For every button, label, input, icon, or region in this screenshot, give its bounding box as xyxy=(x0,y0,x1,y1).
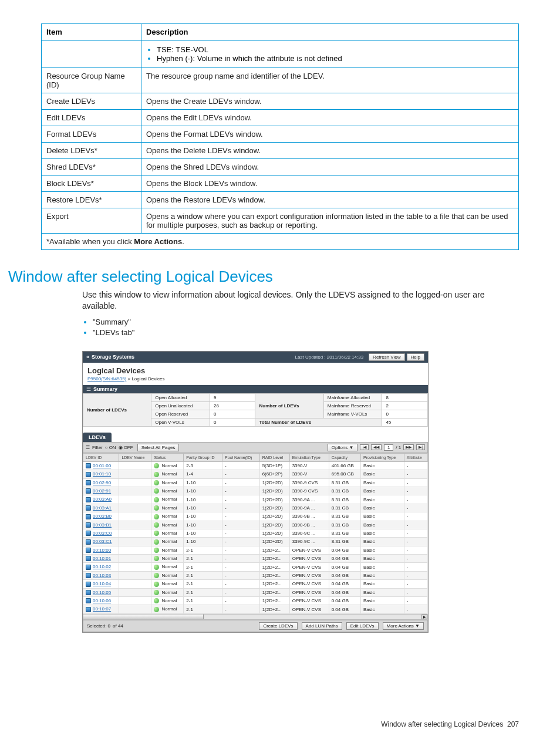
ldev-id-link[interactable]: 00:03:A1 xyxy=(93,505,112,511)
chevron-left-icon[interactable]: « xyxy=(86,354,89,360)
table-row[interactable]: 00:10:04Normal2-1-1(2D+2...OPEN-V CVS0.0… xyxy=(83,580,428,588)
more-actions-button[interactable]: More Actions ▼ xyxy=(383,622,424,630)
table-row[interactable]: 00:10:05Normal2-1-1(2D+2...OPEN-V CVS0.0… xyxy=(83,588,428,596)
table-row[interactable]: 00:01:10Normal1-4-6(6D+2P)3390-V695.08 G… xyxy=(83,470,428,478)
ldev-id-link[interactable]: 00:02:90 xyxy=(93,480,111,485)
ldev-id-link[interactable]: 00:10:03 xyxy=(93,573,111,578)
help-button[interactable]: Help xyxy=(407,353,424,361)
list-item[interactable]: "LDEVs tab" xyxy=(93,328,519,337)
table-row[interactable]: 00:02:90Normal1-10-1(2D+2D)3390-9 CVS8.3… xyxy=(83,478,428,487)
table-row[interactable]: 00:10:02Normal2-1-1(2D+2...OPEN-V CVS0.0… xyxy=(83,563,428,571)
ldev-id-link[interactable]: 00:02:91 xyxy=(93,488,111,494)
ldev-id-link[interactable]: 00:10:07 xyxy=(93,606,111,612)
table-row[interactable]: 00:10:07Normal2-1-1(2D+2...OPEN-V CVS0.0… xyxy=(83,605,428,613)
table-row[interactable]: 00:03:B0Normal1-10-1(2D+2D)3390-9B ...8.… xyxy=(83,512,428,521)
scroll-right-icon[interactable]: ▶ xyxy=(421,615,427,619)
ldev-icon xyxy=(86,531,91,536)
ldev-id-link[interactable]: 00:03:C0 xyxy=(93,531,112,536)
list-item[interactable]: "Summary" xyxy=(93,318,519,326)
ldev-icon xyxy=(86,463,91,468)
ldev-icon xyxy=(86,514,91,519)
column-header[interactable]: Capacity xyxy=(329,453,360,461)
collapse-icon[interactable]: ☰ xyxy=(86,386,91,392)
table-cell-item: Resource Group Name (ID) xyxy=(42,68,141,93)
table-row[interactable]: 00:10:01Normal2-1-1(2D+2...OPEN-V CVS0.0… xyxy=(83,555,428,563)
table-cell-item: Block LDEVs* xyxy=(42,175,141,192)
ldev-id-link[interactable]: 00:10:00 xyxy=(93,548,111,553)
ldev-id-link[interactable]: 00:03:A0 xyxy=(93,497,112,502)
filter-off-radio[interactable]: ◉OFF xyxy=(119,445,133,450)
column-header[interactable]: Parity Group ID xyxy=(184,453,222,461)
page-next-button[interactable]: ▶▶ xyxy=(403,444,414,450)
table-row[interactable]: 00:03:C0Normal1-10-1(2D+2D)3390-9C ...8.… xyxy=(83,529,428,537)
status-normal-icon xyxy=(154,488,159,494)
column-header[interactable]: LDEV ID xyxy=(83,453,119,461)
select-all-button[interactable]: Select All Pages xyxy=(137,444,180,451)
table-row[interactable]: 00:01:00Normal2-3-5(3D+1P)3390-V401.66 G… xyxy=(83,461,428,470)
ldev-id-link[interactable]: 00:01:10 xyxy=(93,471,111,477)
status-normal-icon xyxy=(154,497,159,502)
table-row[interactable]: 00:03:C1Normal1-10-1(2D+2D)3390-9C ...8.… xyxy=(83,538,428,546)
breadcrumb-link[interactable]: P9500(S/N:64535) xyxy=(87,376,126,382)
ldev-id-link[interactable]: 00:03:B1 xyxy=(93,522,112,528)
table-row[interactable]: 00:10:06Normal2-1-1(2D+2...OPEN-V CVS0.0… xyxy=(83,597,428,605)
summary-table: Number of LDEVs Open Allocated 9 Number … xyxy=(83,393,428,427)
table-row[interactable]: 00:03:A0Normal1-10-1(2D+2D)3390-9A ...8.… xyxy=(83,495,428,504)
breadcrumb: P9500(S/N:64535) > Logical Devices xyxy=(83,376,428,385)
filter-on-radio[interactable]: ○ON xyxy=(105,445,116,450)
column-header[interactable]: Status xyxy=(151,453,184,461)
add-lun-paths-button[interactable]: Add LUN Paths xyxy=(302,622,342,630)
collapse-icon[interactable]: ☰ xyxy=(86,445,90,450)
column-header[interactable]: Attribute xyxy=(404,453,427,461)
app-window: « Storage Systems Last Updated : 2011/06… xyxy=(82,351,429,633)
table-cell-description: Opens the Shred LDEVs window. xyxy=(141,159,519,175)
refresh-button[interactable]: Refresh View xyxy=(369,353,404,361)
summary-header[interactable]: ☰Summary xyxy=(83,385,428,393)
ldev-id-link[interactable]: 00:10:06 xyxy=(93,598,111,603)
column-header[interactable]: Pool Name(ID) xyxy=(222,453,260,461)
status-normal-icon xyxy=(154,480,159,485)
options-button[interactable]: Options ▼ xyxy=(328,444,358,451)
ldev-id-link[interactable]: 00:10:01 xyxy=(93,556,111,561)
app-topbar: « Storage Systems Last Updated : 2011/06… xyxy=(83,352,428,363)
page-prev-button[interactable]: ◀◀ xyxy=(371,444,382,450)
tab-ldevs[interactable]: LDEVs xyxy=(83,433,112,442)
page-input[interactable] xyxy=(384,444,393,451)
edit-ldevs-button[interactable]: Edit LDEVs xyxy=(346,622,379,630)
page-footer: Window after selecting Logical Devices 2… xyxy=(381,720,519,728)
ldev-id-link[interactable]: 00:01:00 xyxy=(93,463,111,468)
column-header[interactable]: Emulation Type xyxy=(289,453,329,461)
ldev-id-link[interactable]: 00:03:B0 xyxy=(93,514,112,519)
status-normal-icon xyxy=(154,472,159,477)
ldev-id-link[interactable]: 00:10:02 xyxy=(93,564,111,569)
ldev-icon xyxy=(86,565,91,570)
ldev-id-link[interactable]: 00:10:05 xyxy=(93,590,111,595)
grid-footer: Selected: 0 of 44 Create LDEVs Add LUN P… xyxy=(83,620,428,632)
ldev-icon xyxy=(86,582,91,587)
table-row[interactable]: 00:03:A1Normal1-10-1(2D+2D)3390-9A ...8.… xyxy=(83,504,428,512)
status-normal-icon xyxy=(154,531,159,536)
table-row[interactable]: 00:10:03Normal2-1-1(2D+2...OPEN-V CVS0.0… xyxy=(83,571,428,579)
back-label[interactable]: Storage Systems xyxy=(92,354,134,360)
column-header[interactable]: RAID Level xyxy=(259,453,289,461)
ldev-id-link[interactable]: 00:03:C1 xyxy=(93,539,112,544)
ldev-icon xyxy=(86,505,91,511)
table-cell-item: Shred LDEVs* xyxy=(42,159,141,175)
table-cell-description: Opens the Create LDEVs window. xyxy=(141,93,519,110)
column-header[interactable]: LDEV Name xyxy=(119,453,151,461)
table-row[interactable]: 00:03:B1Normal1-10-1(2D+2D)3390-9B ...8.… xyxy=(83,521,428,529)
page-last-button[interactable]: ▶| xyxy=(416,444,425,450)
col-item: Item xyxy=(42,24,141,40)
ldev-icon xyxy=(86,480,91,485)
status-normal-icon xyxy=(154,556,159,561)
status-normal-icon xyxy=(154,590,159,595)
section-link-list: "Summary" "LDEVs tab" xyxy=(93,318,519,337)
page-first-button[interactable]: |◀ xyxy=(360,444,369,450)
ldev-id-link[interactable]: 00:10:04 xyxy=(93,581,111,586)
horizontal-scrollbar[interactable]: ◀ ▶ xyxy=(83,614,428,620)
column-header[interactable]: Provisioning Type xyxy=(360,453,404,461)
table-row[interactable]: 00:02:91Normal1-10-1(2D+2D)3390-9 CVS8.3… xyxy=(83,487,428,495)
table-row[interactable]: 00:10:00Normal2-1-1(2D+2...OPEN-V CVS0.0… xyxy=(83,546,428,554)
summary-mid-label: Number of LDEVs xyxy=(255,393,323,418)
create-ldevs-button[interactable]: Create LDEVs xyxy=(259,622,297,630)
